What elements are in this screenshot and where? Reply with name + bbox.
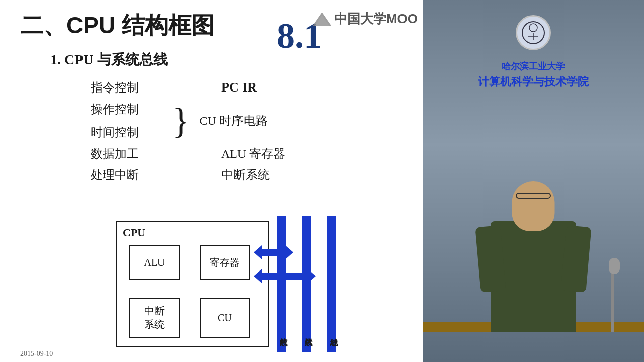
interrupt-box: 中断系统 — [129, 298, 180, 338]
row-interrupt: 处理中断 中断系统 — [91, 167, 403, 183]
brace-labels-group: 操作控制 时间控制 — [91, 101, 171, 140]
reg-label: 寄存器 — [210, 256, 240, 269]
speaker-container — [463, 151, 604, 332]
control-bus-label: 控制总线 — [278, 312, 289, 352]
university-logo — [516, 15, 551, 50]
label-data: 数据加工 — [91, 146, 171, 162]
microphone-stand — [611, 266, 614, 332]
speaker-glasses — [516, 193, 551, 199]
wall-text: 哈尔滨工业大学 计算机科学与技术学院 — [433, 60, 634, 89]
speaker-right-arm — [560, 225, 591, 293]
video-scene: 哈尔滨工业大学 计算机科学与技术学院 — [423, 0, 644, 362]
diagram-area: CPU ALU 寄存器 中断系统 CU — [116, 216, 367, 352]
data-bus-label: 数据总线 — [303, 312, 314, 352]
date-text: 2015-09-10 — [20, 350, 53, 358]
slide-area: 8.1 中国大学MOO 二、CPU 结构框图 1. CPU 与系统总线 指令控制… — [0, 0, 423, 362]
svg-point-3 — [529, 24, 537, 32]
row-data-processing: 数据加工 ALU 寄存器 — [91, 146, 403, 162]
logo-text: 中国大学MOO — [334, 10, 418, 28]
subtitle: 1. CPU 与系统总线 — [50, 50, 403, 69]
wall-line2: 计算机科学与技术学院 — [433, 74, 634, 89]
value-instruction: PC IR — [221, 80, 257, 95]
content-list: 指令控制 PC IR 操作控制 时间控制 } CU 时序电路 数据加工 ALU … — [91, 79, 403, 183]
alu-label: ALU — [144, 257, 165, 268]
address-bus-label: 地址总线 — [328, 312, 339, 352]
arrow-right-1 — [285, 245, 293, 259]
alu-box: ALU — [129, 245, 180, 280]
interrupt-label: 中断系统 — [144, 304, 165, 331]
video-area: 哈尔滨工业大学 计算机科学与技术学院 — [423, 0, 644, 362]
bus-labels-container: 控制总线 数据总线 地址总线 — [271, 312, 346, 352]
arrow-left-2 — [254, 269, 262, 283]
value-alu: ALU 寄存器 — [221, 146, 285, 162]
logo-area: 中国大学MOO — [313, 10, 418, 28]
mooc-logo-icon — [313, 12, 331, 27]
label-instruction: 指令控制 — [91, 79, 171, 96]
speaker-head — [512, 181, 555, 231]
cu-label: CU — [218, 312, 232, 324]
wall-line1: 哈尔滨工业大学 — [433, 60, 634, 72]
arrow-left-1 — [254, 245, 262, 259]
cpu-label: CPU — [123, 226, 145, 239]
reg-box: 寄存器 — [200, 245, 250, 280]
brace-symbol: } — [172, 101, 190, 141]
label-operation: 操作控制 — [91, 101, 171, 117]
arrow-right-2 — [308, 269, 316, 283]
label-time: 时间控制 — [91, 124, 171, 140]
bus-container: 控制总线 数据总线 地址总线 — [267, 216, 367, 352]
cpu-outer-box: CPU ALU 寄存器 中断系统 CU — [116, 221, 269, 347]
cu-box: CU — [200, 298, 250, 338]
h-connector-2 — [259, 273, 309, 280]
microphone-head — [609, 258, 620, 274]
label-interrupt: 处理中断 — [91, 167, 171, 183]
row-operation-time-group: 操作控制 时间控制 } CU 时序电路 — [91, 101, 403, 141]
h-connector-1 — [259, 249, 287, 256]
value-cu: CU 时序电路 — [200, 113, 268, 129]
value-interrupt: 中断系统 — [221, 167, 270, 183]
row-instruction-control: 指令控制 PC IR — [91, 79, 403, 96]
